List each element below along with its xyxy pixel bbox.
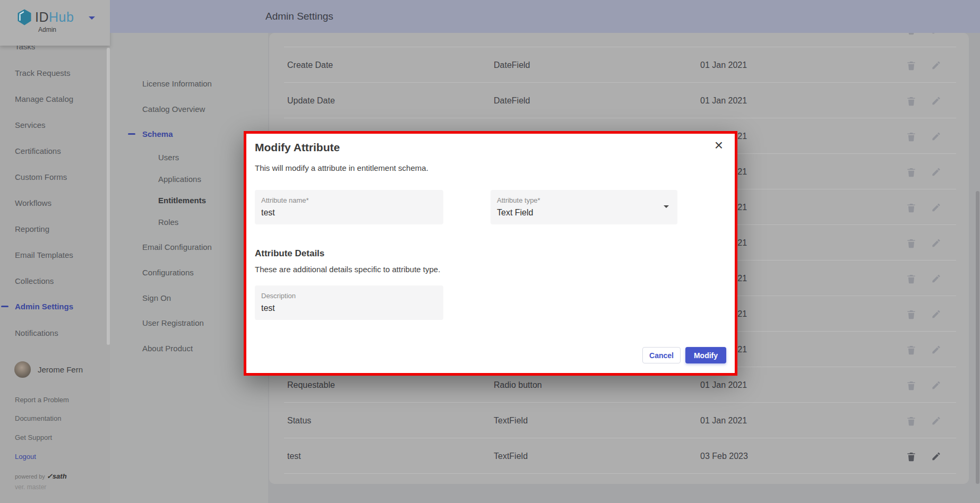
powered-by: powered by ✓sath (15, 472, 67, 480)
edit-icon[interactable] (931, 344, 941, 354)
edit-icon[interactable] (931, 131, 941, 141)
delete-icon[interactable] (906, 344, 916, 354)
subnav-item-about-product[interactable]: About Product (142, 344, 193, 353)
edit-icon[interactable] (931, 451, 941, 461)
app-window: Admin Settings Create Date DateField 01 … (0, 0, 980, 503)
attribute-type-cell: TextField (494, 452, 528, 461)
delete-icon[interactable] (906, 33, 916, 34)
attribute-type-value: Text Field (497, 208, 671, 218)
sath-logo: ✓sath (47, 472, 67, 480)
brand-dropdown-caret-icon[interactable] (89, 16, 95, 23)
attribute-name-field[interactable]: Attribute name* test (255, 190, 443, 224)
attribute-date-cell: 01 Jan 2021 (700, 416, 747, 426)
delete-icon[interactable] (906, 131, 916, 141)
powered-by-text: powered by (15, 473, 45, 480)
subnav-item-users[interactable]: Users (158, 153, 179, 162)
sidebar-item-notifications[interactable]: Notifications (15, 328, 58, 337)
delete-icon[interactable] (906, 451, 916, 461)
modify-attribute-modal: Modify Attribute × This will modify a at… (244, 131, 737, 376)
edit-icon[interactable] (931, 415, 941, 426)
description-value: test (261, 303, 437, 313)
sidebar-item-services[interactable]: Services (15, 120, 46, 129)
idhub-logo-icon (17, 8, 32, 28)
edit-icon[interactable] (931, 96, 941, 106)
sidebar-item-admin-settings[interactable]: Admin Settings (15, 302, 73, 311)
brand-title: IDHub (35, 10, 74, 25)
delete-icon[interactable] (906, 415, 916, 426)
table-row: Update Date DateField 01 Jan 2021 (269, 83, 969, 118)
attribute-details-text: These are additional details specific to… (255, 265, 440, 274)
sidebar-item-certifications[interactable]: Certifications (15, 146, 61, 155)
modify-button[interactable]: Modify (685, 347, 726, 363)
sidebar-item-custom-forms[interactable]: Custom Forms (15, 172, 67, 181)
delete-icon[interactable] (906, 60, 916, 70)
edit-icon[interactable] (931, 273, 941, 283)
edit-icon[interactable] (931, 380, 941, 390)
table-row: test TextField 03 Feb 2023 (269, 438, 969, 474)
sidebar-item-manage-catalog[interactable]: Manage Catalog (15, 94, 73, 103)
subnav-item-license-information[interactable]: License Information (142, 79, 212, 88)
edit-icon[interactable] (931, 309, 941, 319)
version-label: ver. master (15, 483, 46, 491)
table-row: Status TextField 01 Jan 2021 (269, 403, 969, 438)
page-title: Admin Settings (265, 0, 333, 33)
edit-icon[interactable] (931, 33, 941, 34)
sidebar-item-track-requests[interactable]: Track Requests (15, 68, 70, 77)
sidebar-item-email-templates[interactable]: Email Templates (15, 250, 73, 259)
close-icon[interactable]: × (715, 138, 723, 153)
attribute-date-cell: 01 Jan 2021 (700, 96, 747, 106)
attribute-date-cell: 01 Jan 2021 (700, 380, 747, 390)
logo-header: IDHub Admin (0, 0, 110, 46)
attribute-name-cell: Status (287, 416, 311, 426)
row-divider (284, 473, 956, 474)
edit-icon[interactable] (931, 202, 941, 212)
attribute-type-select[interactable]: Attribute type* Text Field (491, 190, 677, 224)
delete-icon[interactable] (906, 96, 916, 106)
primary-sidebar: Tasks Track Requests Manage Catalog Serv… (0, 0, 110, 503)
subnav-item-sign-on[interactable]: Sign On (142, 293, 171, 302)
sidebar-item-reporting[interactable]: Reporting (15, 224, 49, 233)
attribute-name-cell: Create Date (287, 60, 333, 70)
edit-icon[interactable] (931, 167, 941, 177)
description-field[interactable]: Description test (255, 285, 443, 320)
top-header-bar: Admin Settings (110, 0, 980, 33)
delete-icon[interactable] (906, 238, 916, 248)
link-report-a-problem[interactable]: Report a Problem (15, 396, 69, 404)
delete-icon[interactable] (906, 380, 916, 390)
edit-icon[interactable] (931, 60, 941, 70)
edit-icon[interactable] (931, 238, 941, 248)
active-subnav-indicator (128, 133, 135, 135)
subnav-item-email-configuration[interactable]: Email Configuration (142, 242, 212, 252)
attribute-name-label: Attribute name* (261, 196, 437, 204)
description-label: Description (261, 292, 437, 300)
subnav-item-entitlements[interactable]: Entitlements (158, 196, 206, 205)
main-scrollbar[interactable] (976, 191, 979, 484)
brand-subtitle: Admin (38, 26, 56, 33)
attribute-date-cell: 01 Jan 2021 (700, 60, 747, 70)
subnav-item-schema[interactable]: Schema (142, 129, 173, 138)
attribute-type-cell: Radio button (494, 380, 542, 390)
sidebar-scrollbar[interactable] (107, 48, 110, 345)
subnav-item-roles[interactable]: Roles (158, 218, 178, 227)
modal-subtitle: This will modify a attribute in entitlem… (255, 163, 428, 172)
attribute-name-cell: Requestable (287, 380, 335, 390)
attribute-type-cell: DateField (494, 60, 530, 70)
delete-icon[interactable] (906, 273, 916, 283)
subnav-item-applications[interactable]: Applications (158, 175, 201, 184)
link-logout[interactable]: Logout (15, 453, 36, 461)
subnav-item-user-registration[interactable]: User Registration (142, 318, 204, 327)
delete-icon[interactable] (906, 167, 916, 177)
link-get-support[interactable]: Get Support (15, 433, 52, 441)
table-row: Create Date DateField 01 Jan 2021 (269, 47, 969, 83)
link-documentation[interactable]: Documentation (15, 414, 61, 422)
subnav-item-catalog-overview[interactable]: Catalog Overview (142, 105, 205, 114)
delete-icon[interactable] (906, 202, 916, 212)
sidebar-item-workflows[interactable]: Workflows (15, 198, 51, 207)
delete-icon[interactable] (906, 309, 916, 319)
attribute-name-value: test (261, 208, 437, 218)
subnav-item-configurations[interactable]: Configurations (142, 268, 194, 277)
sidebar-item-collections[interactable]: Collections (15, 276, 54, 285)
chevron-down-icon (664, 205, 669, 211)
table-row (269, 33, 969, 47)
cancel-button[interactable]: Cancel (642, 347, 681, 363)
